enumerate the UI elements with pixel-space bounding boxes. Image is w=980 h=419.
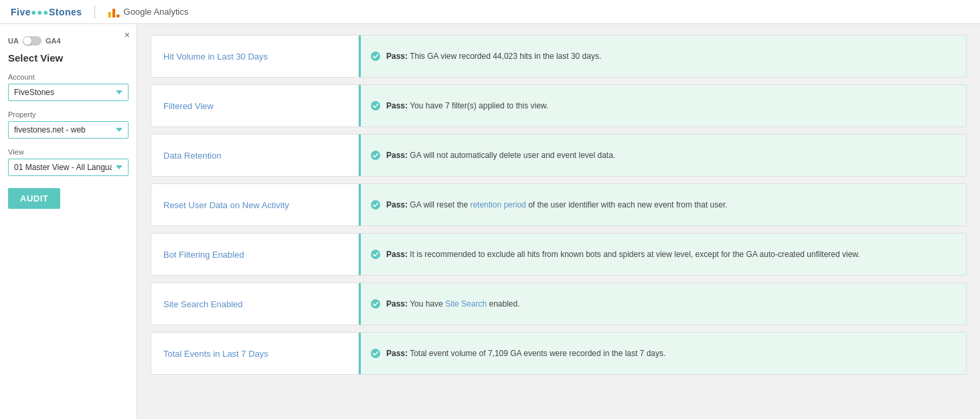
pass-icon (370, 299, 381, 309)
account-field-group: Account FiveStones (8, 73, 129, 101)
card-result-data-retention: Pass: GA will not automatically delete u… (359, 135, 966, 176)
svg-point-2 (116, 14, 119, 17)
site-search-link[interactable]: Site Search (445, 299, 487, 309)
card-label-text: Reset User Data on New Activity (163, 200, 289, 210)
audit-button[interactable]: AUDIT (8, 188, 60, 209)
audit-card-reset-user-data: Reset User Data on New Activity Pass: GA… (151, 183, 967, 226)
ga-icon (107, 5, 120, 19)
select-view-title: Select View (8, 52, 129, 64)
svg-point-3 (371, 52, 380, 61)
ga4-label: GA4 (46, 37, 61, 45)
view-field-group: View 01 Master View - All Languages (8, 148, 129, 176)
brand-logo: Five●●●Stones Google Analytics (11, 5, 188, 19)
card-label-text: Data Retention (163, 151, 222, 161)
left-panel: × UA GA4 Select View Account FiveStones … (0, 24, 137, 419)
view-dropdown[interactable]: 01 Master View - All Languages (8, 159, 129, 176)
audit-card-hit-volume: Hit Volume in Last 30 Days Pass: This GA… (151, 35, 967, 78)
svg-point-4 (371, 101, 380, 110)
card-result-total-events: Pass: Total event volume of 7,109 GA eve… (359, 333, 966, 374)
result-text-filtered-view: Pass: You have 7 filter(s) applied to th… (386, 100, 548, 112)
card-result-hit-volume: Pass: This GA view recorded 44,023 hits … (359, 35, 966, 77)
svg-point-6 (371, 200, 380, 210)
svg-point-8 (371, 299, 380, 309)
audit-card-filtered-view: Filtered View Pass: You have 7 filter(s)… (151, 84, 967, 127)
card-label-hit-volume: Hit Volume in Last 30 Days (151, 35, 359, 77)
card-label-text: Filtered View (163, 101, 214, 111)
pass-icon (370, 348, 381, 359)
property-label: Property (8, 110, 129, 118)
card-label-data-retention: Data Retention (151, 135, 359, 176)
card-result-reset-user-data: Pass: GA will reset the retention period… (359, 184, 966, 226)
result-text-site-search: Pass: You have Site Search enabled. (386, 299, 520, 310)
right-content: Hit Volume in Last 30 Days Pass: This GA… (137, 24, 980, 419)
svg-point-9 (371, 349, 380, 358)
app-header: Five●●●Stones Google Analytics (0, 0, 980, 24)
card-label-site-search: Site Search Enabled (151, 283, 359, 325)
pass-icon (370, 51, 381, 62)
ua-label: UA (8, 37, 19, 45)
account-dropdown[interactable]: FiveStones (8, 84, 129, 101)
card-label-bot-filtering: Bot Filtering Enabled (151, 234, 359, 275)
result-text-reset-user-data: Pass: GA will reset the retention period… (386, 199, 728, 211)
ga-label: Google Analytics (124, 7, 189, 17)
audit-card-data-retention: Data Retention Pass: GA will not automat… (151, 134, 967, 177)
account-label: Account (8, 73, 129, 81)
card-label-text: Site Search Enabled (163, 299, 243, 309)
pass-icon (370, 150, 381, 161)
pass-icon (370, 249, 381, 260)
card-label-text: Total Events in Last 7 Days (163, 349, 268, 359)
result-text-hit-volume: Pass: This GA view recorded 44,023 hits … (386, 51, 601, 62)
property-dropdown[interactable]: fivestones.net - web (8, 121, 129, 139)
pass-icon (370, 199, 381, 210)
svg-rect-1 (112, 9, 114, 17)
ua-ga-toggle: UA GA4 (8, 36, 129, 46)
card-result-site-search: Pass: You have Site Search enabled. (359, 283, 966, 325)
audit-card-total-events: Total Events in Last 7 Days Pass: Total … (151, 332, 967, 375)
svg-point-7 (371, 250, 380, 259)
card-label-text: Hit Volume in Last 30 Days (163, 52, 268, 62)
toggle-switch[interactable] (23, 36, 42, 46)
toggle-knob (23, 37, 31, 45)
view-label: View (8, 148, 129, 156)
main-layout: × UA GA4 Select View Account FiveStones … (0, 24, 980, 419)
audit-card-site-search: Site Search Enabled Pass: You have Site … (151, 282, 967, 325)
card-result-filtered-view: Pass: You have 7 filter(s) applied to th… (359, 85, 966, 127)
property-field-group: Property fivestones.net - web (8, 110, 129, 139)
card-label-text: Bot Filtering Enabled (163, 250, 244, 260)
audit-card-bot-filtering: Bot Filtering Enabled Pass: It is recomm… (151, 233, 967, 276)
card-label-filtered-view: Filtered View (151, 85, 359, 127)
svg-point-5 (371, 151, 380, 160)
card-result-bot-filtering: Pass: It is recommended to exclude all h… (359, 234, 966, 275)
header-divider (94, 5, 95, 19)
retention-period-link[interactable]: retention period (470, 200, 525, 210)
card-label-reset-user-data: Reset User Data on New Activity (151, 184, 359, 226)
result-text-data-retention: Pass: GA will not automatically delete u… (386, 150, 615, 161)
close-button[interactable]: × (125, 29, 130, 40)
card-label-total-events: Total Events in Last 7 Days (151, 333, 359, 374)
ga-logo: Google Analytics (107, 5, 189, 19)
svg-rect-0 (108, 12, 110, 17)
brand-name: Five●●●Stones (11, 7, 82, 17)
result-text-total-events: Pass: Total event volume of 7,109 GA eve… (386, 348, 665, 359)
pass-icon (370, 100, 381, 111)
result-text-bot-filtering: Pass: It is recommended to exclude all h… (386, 249, 860, 260)
